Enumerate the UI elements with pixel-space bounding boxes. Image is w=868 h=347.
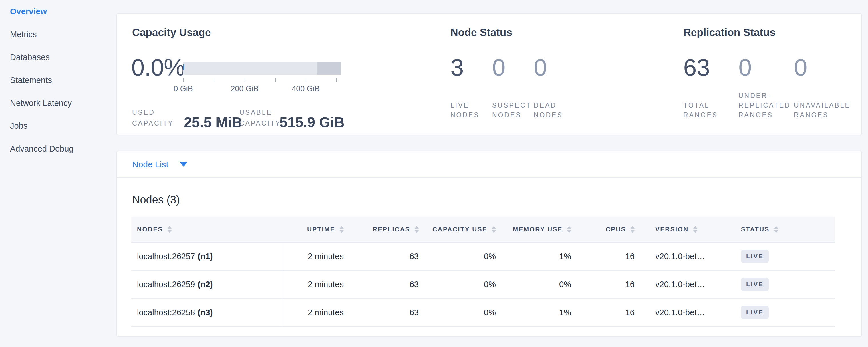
used-capacity-value: 25.5 MiB (184, 115, 242, 130)
column-header-cpus[interactable]: CPUS (571, 217, 634, 242)
axis-label-0: 0 GiB (174, 84, 193, 93)
axis-tick (183, 78, 184, 82)
axis-label-400: 400 GiB (292, 84, 320, 93)
unavailable-ranges-label: UNAVAILABLE RANGES (794, 100, 852, 120)
sort-icon (167, 226, 172, 233)
status-cell: LIVE (720, 298, 835, 326)
capacity-used-percent: 0.0% (131, 50, 185, 84)
sort-icon (631, 226, 634, 233)
under-replicated-ranges-stat: 0 UNDER-REPLICATED RANGES (739, 54, 792, 120)
version-cell: v20.1.0-bet… (634, 270, 720, 298)
live-nodes-label: LIVE NODES (451, 100, 489, 120)
axis-tick (306, 78, 306, 82)
capacity-usage-title: Capacity Usage (132, 27, 211, 39)
uptime-cell: 2 minutes (283, 298, 344, 326)
cluster-overview-page: Overview Metrics Databases Statements Ne… (0, 0, 868, 347)
column-header-version[interactable]: VERSION (634, 217, 720, 242)
uptime-cell: 2 minutes (283, 270, 344, 298)
uptime-cell: 2 minutes (283, 242, 344, 270)
sidebar: Overview Metrics Databases Statements Ne… (10, 0, 113, 160)
used-capacity-label: USED CAPACITY (132, 107, 181, 129)
under-replicated-ranges-value: 0 (739, 54, 792, 81)
dead-nodes-label: DEAD NODES (534, 100, 572, 120)
status-badge: LIVE (741, 278, 769, 291)
column-header-memory-use[interactable]: MEMORY USE (496, 217, 571, 242)
column-header-nodes[interactable]: NODES (131, 217, 283, 242)
table-header-row: NODES UPTIME REPLICAS CAPACITY USE MEMOR… (131, 217, 835, 242)
memory-use-cell: 1% (496, 298, 571, 326)
version-cell: v20.1.0-bet… (634, 242, 720, 270)
node-address-cell: localhost:26259(n2) (131, 270, 283, 298)
usable-capacity-label: USABLE CAPACITY (239, 107, 282, 129)
node-list-card: Node List Nodes (3) NODES UPTIME REPLI (116, 151, 862, 337)
sort-icon (693, 226, 697, 233)
sidebar-item-statements[interactable]: Statements (10, 69, 113, 92)
cpus-cell: 16 (571, 298, 634, 326)
replicas-cell: 63 (344, 270, 419, 298)
capacity-bar (183, 62, 341, 75)
capacity-use-cell: 0% (419, 270, 496, 298)
axis-tick (275, 78, 276, 82)
sidebar-item-network-latency[interactable]: Network Latency (10, 92, 113, 115)
nodes-table: NODES UPTIME REPLICAS CAPACITY USE MEMOR… (131, 217, 835, 327)
chevron-down-icon (180, 162, 187, 167)
view-dropdown-label: Node List (132, 160, 168, 169)
table-row[interactable]: localhost:26257(n1) 2 minutes 63 0% 1% 1… (131, 242, 835, 270)
node-address-cell: localhost:26258(n3) (131, 298, 283, 326)
sidebar-item-advanced-debug[interactable]: Advanced Debug (10, 137, 113, 160)
cpus-cell: 16 (571, 242, 634, 270)
capacity-bar-reserved-segment (317, 62, 341, 75)
replication-status-title: Replication Status (683, 27, 776, 39)
sort-icon (415, 226, 419, 233)
sidebar-item-metrics[interactable]: Metrics (10, 23, 113, 46)
sidebar-item-overview[interactable]: Overview (10, 0, 113, 23)
cluster-summary-card: Capacity Usage Node Status Replication S… (116, 13, 862, 135)
node-status-title: Node Status (451, 27, 512, 39)
axis-tick (245, 78, 245, 82)
unavailable-ranges-stat: 0 UNAVAILABLE RANGES (794, 54, 852, 120)
sort-icon (340, 226, 344, 233)
status-cell: LIVE (720, 242, 835, 270)
node-address-cell: localhost:26257(n1) (131, 242, 283, 270)
dead-nodes-stat: 0 DEAD NODES (534, 54, 572, 120)
table-row[interactable]: localhost:26259(n2) 2 minutes 63 0% 0% 1… (131, 270, 835, 298)
total-ranges-value: 63 (683, 54, 733, 81)
unavailable-ranges-value: 0 (794, 54, 852, 81)
sort-icon (774, 226, 778, 233)
dead-nodes-value: 0 (534, 54, 572, 81)
memory-use-cell: 0% (496, 270, 571, 298)
usable-capacity-value: 515.9 GiB (279, 115, 345, 130)
version-cell: v20.1.0-bet… (634, 298, 720, 326)
suspect-nodes-stat: 0 SUSPECT NODES (492, 54, 532, 120)
under-replicated-ranges-label: UNDER-REPLICATED RANGES (739, 91, 792, 120)
memory-use-cell: 1% (496, 242, 571, 270)
axis-tick (214, 78, 215, 82)
axis-label-200: 200 GiB (230, 84, 258, 93)
nodes-heading: Nodes (3) (132, 194, 180, 206)
status-cell: LIVE (720, 270, 835, 298)
sort-icon (567, 226, 571, 233)
capacity-use-cell: 0% (419, 242, 496, 270)
column-header-uptime[interactable]: UPTIME (283, 217, 344, 242)
column-header-capacity-use[interactable]: CAPACITY USE (419, 217, 496, 242)
suspect-nodes-label: SUSPECT NODES (492, 100, 532, 120)
column-header-status[interactable]: STATUS (720, 217, 835, 242)
column-header-replicas[interactable]: REPLICAS (344, 217, 419, 242)
view-dropdown[interactable]: Node List (117, 151, 861, 178)
cpus-cell: 16 (571, 270, 634, 298)
capacity-bar-used-indicator (183, 64, 184, 70)
sidebar-item-jobs[interactable]: Jobs (10, 115, 113, 137)
total-ranges-stat: 63 TOTAL RANGES (683, 54, 733, 120)
capacity-axis (183, 78, 341, 82)
replicas-cell: 63 (344, 242, 419, 270)
replicas-cell: 63 (344, 298, 419, 326)
live-nodes-stat: 3 LIVE NODES (451, 54, 489, 120)
suspect-nodes-value: 0 (492, 54, 532, 81)
total-ranges-label: TOTAL RANGES (683, 100, 733, 120)
axis-tick (336, 78, 337, 82)
table-row[interactable]: localhost:26258(n3) 2 minutes 63 0% 1% 1… (131, 298, 835, 326)
sort-icon (492, 226, 496, 233)
sidebar-item-databases[interactable]: Databases (10, 46, 113, 69)
live-nodes-value: 3 (451, 54, 489, 81)
status-badge: LIVE (741, 306, 769, 319)
